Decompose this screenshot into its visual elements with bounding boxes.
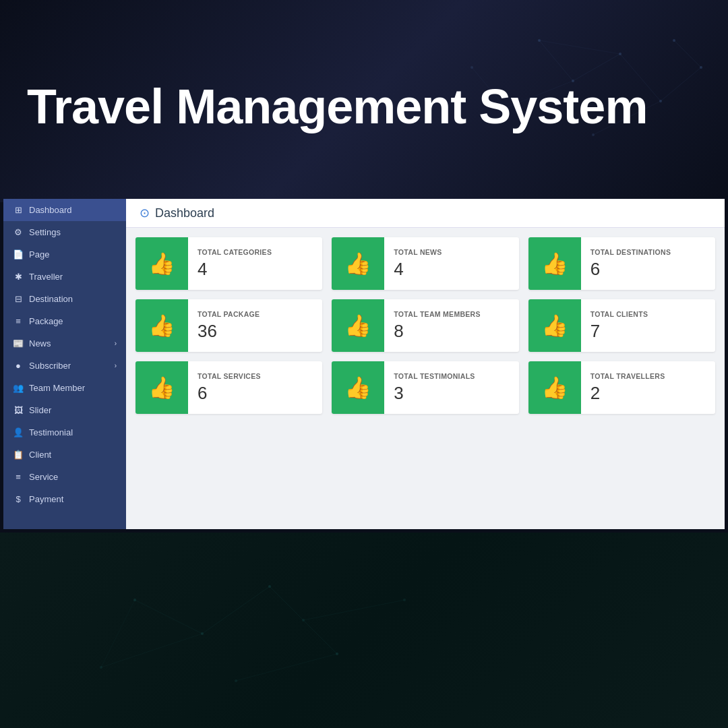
stat-info-clients: TOTAL CLIENTS 7 — [581, 303, 715, 348]
stat-info-testimonials: TOTAL TESTIMONIALS 3 — [384, 365, 518, 411]
sidebar-label-traveller: Traveller — [29, 272, 63, 282]
stat-value-categories: 4 — [198, 259, 313, 280]
sidebar-icon-testimonial: 👤 — [13, 427, 24, 437]
stat-label-categories: TOTAL CATEGORIES — [198, 248, 313, 256]
sidebar-label-settings: Settings — [29, 227, 61, 237]
stat-value-news: 4 — [394, 259, 509, 280]
stat-card-travellers: 👍 TOTAL TRAVELLERS 2 — [528, 361, 715, 414]
stat-label-services: TOTAL SERVICES — [198, 372, 313, 380]
sidebar-item-subscriber[interactable]: ● Subscriber › — [3, 355, 126, 377]
stat-value-travellers: 2 — [590, 383, 706, 404]
stat-label-travellers: TOTAL TRAVELLERS — [590, 372, 706, 380]
stat-value-clients: 7 — [590, 321, 706, 342]
stat-card-news: 👍 TOTAL NEWS 4 — [332, 237, 518, 290]
sidebar-item-destination[interactable]: ⊟ Destination — [3, 288, 126, 310]
sidebar-item-settings[interactable]: ⚙ Settings — [3, 221, 126, 243]
stat-icon-box-team-members: 👍 — [332, 299, 384, 352]
sidebar-item-page[interactable]: 📄 Page — [3, 243, 126, 266]
sidebar-icon-client: 📋 — [13, 450, 24, 460]
app-container: ⊞ Dashboard ⚙ Settings 📄 Page ✱ Travelle… — [3, 199, 725, 529]
stat-icon-box-travellers: 👍 — [528, 361, 581, 414]
dashboard-icon: ⊙ — [140, 206, 150, 220]
thumbs-up-icon-destinations: 👍 — [541, 251, 568, 276]
sidebar-icon-dashboard: ⊞ — [13, 205, 24, 215]
sidebar-icon-settings: ⚙ — [13, 227, 24, 237]
chevron-icon-news: › — [115, 340, 117, 347]
stat-info-destinations: TOTAL DESTINATIONS 6 — [581, 241, 715, 286]
sidebar-item-client[interactable]: 📋 Client — [3, 444, 126, 466]
stat-icon-box-categories: 👍 — [135, 237, 188, 290]
sidebar-item-testimonial[interactable]: 👤 Testimonial — [3, 421, 126, 444]
stat-label-package: TOTAL PACKAGE — [198, 310, 313, 318]
stat-info-team-members: TOTAL TEAM MEMBERS 8 — [384, 303, 518, 348]
stat-value-team-members: 8 — [394, 321, 509, 342]
bottom-area — [0, 529, 728, 728]
stat-value-services: 6 — [198, 383, 313, 404]
stat-value-destinations: 6 — [590, 259, 706, 280]
stat-card-services: 👍 TOTAL SERVICES 6 — [135, 361, 322, 414]
title-bar: Travel Management System — [0, 0, 728, 199]
thumbs-up-icon-travellers: 👍 — [541, 375, 568, 400]
stat-card-package: 👍 TOTAL PACKAGE 36 — [135, 299, 322, 352]
stat-label-team-members: TOTAL TEAM MEMBERS — [394, 310, 509, 318]
sidebar-label-package: Package — [29, 316, 63, 326]
sidebar-item-dashboard[interactable]: ⊞ Dashboard — [3, 199, 126, 221]
stat-icon-box-destinations: 👍 — [528, 237, 581, 290]
stat-icon-box-services: 👍 — [135, 361, 188, 414]
sidebar-label-dashboard: Dashboard — [29, 205, 72, 215]
sidebar-label-client: Client — [29, 450, 51, 460]
sidebar-item-team-member[interactable]: 👥 Team Member — [3, 377, 126, 399]
thumbs-up-icon-package: 👍 — [148, 313, 175, 338]
stat-label-testimonials: TOTAL TESTIMONIALS — [394, 372, 509, 380]
stat-card-clients: 👍 TOTAL CLIENTS 7 — [528, 299, 715, 352]
sidebar-label-subscriber: Subscriber — [29, 361, 71, 371]
sidebar-icon-news: 📰 — [13, 338, 24, 348]
stat-info-package: TOTAL PACKAGE 36 — [188, 303, 322, 348]
app-title: Travel Management System — [27, 79, 647, 134]
thumbs-up-icon-categories: 👍 — [148, 251, 175, 276]
sidebar-icon-package: ≡ — [13, 316, 24, 326]
stat-card-testimonials: 👍 TOTAL TESTIMONIALS 3 — [332, 361, 518, 414]
stat-card-team-members: 👍 TOTAL TEAM MEMBERS 8 — [332, 299, 518, 352]
stat-info-news: TOTAL NEWS 4 — [384, 241, 518, 286]
dashboard-header: ⊙ Dashboard — [126, 199, 725, 228]
sidebar-label-news: News — [29, 338, 51, 348]
stat-card-categories: 👍 TOTAL CATEGORIES 4 — [135, 237, 322, 290]
sidebar-icon-subscriber: ● — [13, 361, 24, 371]
sidebar-item-service[interactable]: ≡ Service — [3, 466, 126, 488]
stat-label-clients: TOTAL CLIENTS — [590, 310, 706, 318]
thumbs-up-icon-services: 👍 — [148, 375, 175, 400]
stat-value-package: 36 — [198, 321, 313, 342]
stat-label-news: TOTAL NEWS — [394, 248, 509, 256]
sidebar-label-payment: Payment — [29, 494, 63, 504]
sidebar-label-slider: Slider — [29, 405, 51, 415]
sidebar-item-slider[interactable]: 🖼 Slider — [3, 399, 126, 421]
sidebar-icon-traveller: ✱ — [13, 272, 24, 282]
stat-icon-box-news: 👍 — [332, 237, 384, 290]
sidebar-icon-payment: $ — [13, 494, 24, 504]
sidebar: ⊞ Dashboard ⚙ Settings 📄 Page ✱ Travelle… — [3, 199, 126, 529]
stat-icon-box-package: 👍 — [135, 299, 188, 352]
stat-info-services: TOTAL SERVICES 6 — [188, 365, 322, 411]
sidebar-item-traveller[interactable]: ✱ Traveller — [3, 266, 126, 288]
main-content: ⊙ Dashboard 👍 TOTAL CATEGORIES 4 👍 TOTAL… — [126, 199, 725, 529]
stat-card-destinations: 👍 TOTAL DESTINATIONS 6 — [528, 237, 715, 290]
sidebar-icon-service: ≡ — [13, 472, 24, 482]
sidebar-label-page: Page — [29, 249, 49, 260]
stat-value-testimonials: 3 — [394, 383, 509, 404]
thumbs-up-icon-clients: 👍 — [541, 313, 568, 338]
sidebar-icon-page: 📄 — [13, 249, 24, 260]
thumbs-up-icon-news: 👍 — [344, 251, 371, 276]
sidebar-item-package[interactable]: ≡ Package — [3, 310, 126, 332]
stat-icon-box-testimonials: 👍 — [332, 361, 384, 414]
stat-icon-box-clients: 👍 — [528, 299, 581, 352]
thumbs-up-icon-team-members: 👍 — [344, 313, 371, 338]
stats-grid: 👍 TOTAL CATEGORIES 4 👍 TOTAL NEWS 4 👍 TO… — [126, 228, 725, 423]
sidebar-item-payment[interactable]: $ Payment — [3, 488, 126, 510]
thumbs-up-icon-testimonials: 👍 — [344, 375, 371, 400]
sidebar-icon-destination: ⊟ — [13, 294, 24, 304]
sidebar-item-news[interactable]: 📰 News › — [3, 332, 126, 355]
chevron-icon-subscriber: › — [115, 362, 117, 369]
sidebar-label-destination: Destination — [29, 294, 73, 304]
sidebar-label-service: Service — [29, 472, 58, 482]
